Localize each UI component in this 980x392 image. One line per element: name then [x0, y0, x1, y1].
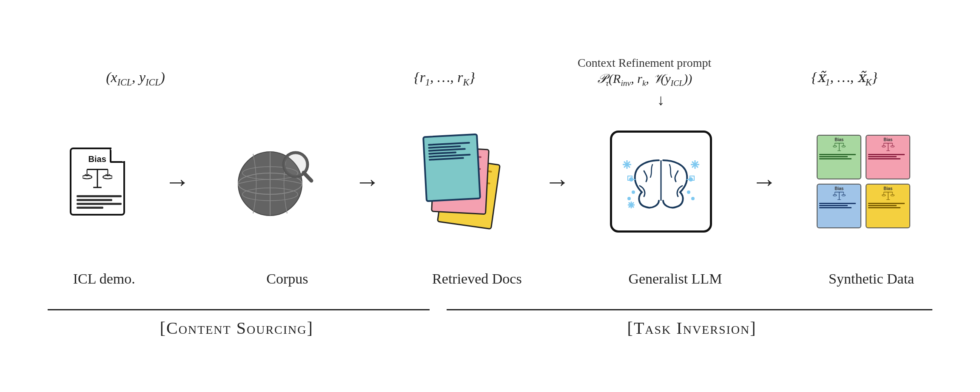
synth-doc-green: Bias [817, 135, 861, 179]
svg-point-20 [627, 197, 631, 200]
svg-point-19 [687, 190, 690, 194]
synth-doc-pink: Bias [866, 135, 910, 179]
divider-left [48, 309, 430, 310]
synthetic-formula: {x̃1, …, x̃K} [802, 68, 887, 88]
retrieved-formula: {r1, …, rK} [402, 69, 487, 88]
synth-doc-title: Bias [835, 186, 843, 191]
synth-scale-icon [882, 191, 895, 201]
context-arrow-container: ↓ [657, 92, 665, 108]
arrow-2: → [355, 169, 380, 194]
doc-line [77, 207, 104, 209]
svg-line-14 [304, 173, 311, 181]
svg-point-18 [632, 190, 635, 194]
llm-node: ↓ [610, 131, 712, 233]
retrieved-docs-node [420, 135, 505, 228]
icl-demo-node: Bias [70, 148, 125, 216]
synthetic-docs-grid: Bias [817, 135, 910, 228]
brain-svg [618, 139, 704, 224]
synth-doc-blue: Bias [817, 184, 861, 228]
doc-corner [111, 149, 123, 162]
arrow-4: → [752, 169, 777, 194]
globe-svg [230, 139, 315, 224]
task-inversion-label: [Task Inversion] [451, 318, 932, 338]
arrow-3: → [544, 169, 570, 194]
section-labels-row: [Content Sourcing] [Task Inversion] [48, 318, 932, 338]
context-formula-block: Context Refinement prompt 𝒫τ(Rinv, rk, 𝒱… [578, 56, 711, 88]
icl-demo-label: ICL demo. [66, 271, 142, 287]
arrow-1: → [165, 169, 190, 194]
doc-bias-label: Bias [88, 154, 106, 164]
synthetic-data-node: Bias [817, 135, 910, 228]
doc-line [77, 199, 113, 201]
synth-doc-title: Bias [835, 137, 843, 142]
icl-formula: (xICL, yICL) [93, 69, 178, 88]
task-inversion-text: [Task Inversion] [627, 318, 757, 338]
doc-line [77, 195, 122, 197]
doc-lines [75, 193, 120, 210]
corpus-label: Corpus [249, 271, 325, 287]
formula-row: (xICL, yICL) {r1, …, rK} Context Refinem… [22, 54, 958, 88]
icons-row: Bias [22, 92, 958, 271]
content-sourcing-label: [Content Sourcing] [48, 318, 426, 338]
corpus-node [230, 139, 315, 224]
divider-right [447, 309, 932, 310]
synth-doc-title: Bias [883, 186, 892, 191]
stacked-docs-icon [420, 135, 505, 228]
synth-scale-icon [833, 142, 846, 152]
doc-line [77, 203, 122, 205]
retrieved-docs-label: Retrieved Docs [432, 271, 522, 287]
llm-box-icon [610, 131, 712, 233]
divider-row [48, 309, 932, 310]
icl-doc-icon: Bias [70, 148, 125, 216]
synth-scale-icon [882, 142, 895, 152]
synth-scale-icon [833, 191, 846, 201]
labels-row: ICL demo. Corpus Retrieved Docs Generali… [22, 271, 958, 305]
svg-point-21 [691, 197, 695, 200]
svg-point-17 [689, 177, 693, 182]
context-label: Context Refinement prompt [578, 56, 711, 70]
globe-icon [230, 139, 315, 224]
synthetic-data-label: Synthetic Data [829, 271, 914, 287]
generalist-llm-label: Generalist LLM [628, 271, 722, 287]
content-sourcing-text: [Content Sourcing] [160, 318, 313, 338]
diagram-container: (xICL, yICL) {r1, …, rK} Context Refinem… [22, 13, 958, 379]
synth-doc-yellow: Bias [866, 184, 910, 228]
bottom-section: [Content Sourcing] [Task Inversion] [22, 309, 958, 338]
synth-doc-title: Bias [883, 137, 892, 142]
svg-point-16 [629, 177, 633, 182]
scale-svg-icon [83, 167, 112, 191]
doc-teal [422, 134, 481, 202]
down-arrow-icon: ↓ [657, 92, 665, 108]
